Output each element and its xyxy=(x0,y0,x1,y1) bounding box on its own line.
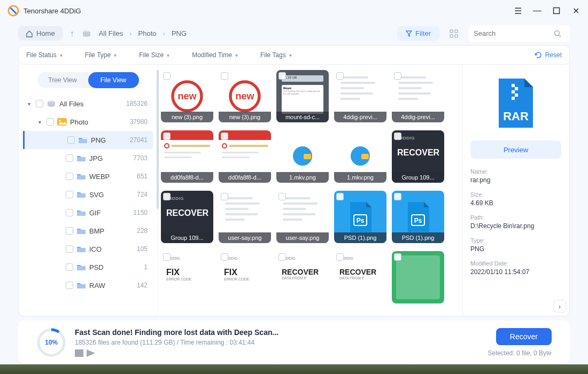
tree-checkbox[interactable] xyxy=(47,118,54,126)
tree-checkbox[interactable] xyxy=(66,191,73,198)
app-title: Tenorshare 4DDiG xyxy=(24,7,513,15)
maximize-button[interactable] xyxy=(552,6,561,15)
tree-item-raw[interactable]: RAW142 xyxy=(23,276,153,294)
tree-item-ico[interactable]: ICO105 xyxy=(23,240,153,258)
tree-item-png[interactable]: PNG27041 xyxy=(23,131,153,149)
sidebar-scrollbar[interactable] xyxy=(157,70,159,209)
thumbnail-checkbox[interactable] xyxy=(336,253,344,261)
search-box[interactable] xyxy=(468,25,570,42)
tree-checkbox[interactable] xyxy=(66,282,73,289)
reset-button[interactable]: Reset xyxy=(535,51,562,59)
tree-item-psd[interactable]: PSD1 xyxy=(23,258,153,276)
thumbnail-item[interactable]: newnew (3).png xyxy=(219,70,271,122)
filter-file-size[interactable]: File Size▾ xyxy=(139,51,169,59)
thumbnail-item[interactable]: 4ddig-previ... xyxy=(334,70,386,122)
thumbnail-checkbox[interactable] xyxy=(394,72,401,80)
menu-icon[interactable]: ☰ xyxy=(513,6,523,15)
filter-button[interactable]: Filter xyxy=(397,26,439,41)
tree-item-bmp[interactable]: BMP228 xyxy=(23,222,153,240)
tree-checkbox[interactable] xyxy=(67,136,75,144)
tree-checkbox[interactable] xyxy=(66,173,73,180)
thumbnail-checkbox[interactable] xyxy=(336,193,344,200)
search-input[interactable] xyxy=(474,29,554,37)
tree-checkbox[interactable] xyxy=(66,245,73,253)
tree-checkbox[interactable] xyxy=(66,154,73,162)
thumbnail-checkbox[interactable] xyxy=(221,253,228,261)
thumbnail-checkbox[interactable] xyxy=(278,253,286,261)
meta-name: rar.png xyxy=(470,176,562,184)
minimize-button[interactable]: — xyxy=(532,6,542,15)
tree-checkbox[interactable] xyxy=(66,263,73,271)
thumbnail-checkbox[interactable] xyxy=(163,72,171,80)
tree-root[interactable]: ▾ All Files 185326 xyxy=(23,95,153,113)
thumbnail-item[interactable]: ◦ 4DDIGRECOVERGroup 109... xyxy=(161,191,213,243)
filter-file-type[interactable]: File Type▾ xyxy=(85,51,117,59)
tree-checkbox[interactable] xyxy=(66,227,73,235)
tree-photo[interactable]: ▾ Photo 37980 xyxy=(23,113,153,131)
thumbnail-item[interactable]: 1.mkv.png xyxy=(276,130,329,183)
thumbnail-checkbox[interactable] xyxy=(394,253,401,261)
thumbnail-checkbox[interactable] xyxy=(336,72,344,80)
crumb-all[interactable]: All Files xyxy=(99,29,123,37)
thumbnail-checkbox[interactable] xyxy=(278,72,286,80)
thumbnail-item[interactable]: ◦ 4DDIGRECOVERDATA FROM P xyxy=(276,251,329,303)
search-icon xyxy=(554,30,561,37)
thumbnail-checkbox[interactable] xyxy=(394,133,401,140)
recover-button[interactable]: Recover xyxy=(496,328,552,345)
crumb-photo[interactable]: Photo xyxy=(138,29,157,37)
thumbnail-item[interactable] xyxy=(392,251,444,303)
thumbnail-item[interactable]: 21.35 GBMountThe SanDisk SD card is safe… xyxy=(276,70,329,122)
svg-point-11 xyxy=(59,120,60,121)
thumbnail-item[interactable]: PsPSD (1).png xyxy=(392,191,444,243)
next-button[interactable]: › xyxy=(553,300,566,313)
thumbnail-item[interactable]: 4ddig-previ... xyxy=(392,70,444,122)
filter-file-tags[interactable]: File Tags▾ xyxy=(260,51,292,59)
thumbnail-item[interactable]: ◦ 4DDIGRECOVERDATA FROM P xyxy=(334,251,386,303)
thumbnail-checkbox[interactable] xyxy=(163,253,171,261)
thumbnail-checkbox[interactable] xyxy=(163,193,171,200)
thumbnail-item[interactable]: dd0fa8f8-d... xyxy=(219,130,271,183)
thumbnail-checkbox[interactable] xyxy=(163,133,171,140)
close-button[interactable]: ✕ xyxy=(571,6,581,15)
tree-checkbox[interactable] xyxy=(36,100,43,107)
filter-modified-time[interactable]: Modified Time▾ xyxy=(192,51,238,59)
meta-mod: 2022/01/10 11:54:07 xyxy=(470,268,562,276)
thumbnail-item[interactable]: PsPSD (1).png xyxy=(334,191,386,243)
tree-item-webp[interactable]: WEBP651 xyxy=(23,167,153,185)
thumbnail-checkbox[interactable] xyxy=(221,193,228,200)
thumbnail-label: new (3).png xyxy=(219,112,271,122)
stop-scan-button[interactable] xyxy=(75,349,83,357)
thumbnail-item[interactable]: user-say.png xyxy=(219,191,271,243)
preview-button[interactable]: Preview xyxy=(470,141,561,159)
thumbnail-label: mount-sd-c... xyxy=(276,112,329,122)
meta-path: D:\Recycle Bin\rar.png xyxy=(470,222,562,230)
svg-rect-1 xyxy=(554,8,560,14)
play-scan-button[interactable] xyxy=(87,349,95,357)
home-button[interactable]: Home xyxy=(18,26,63,41)
thumbnail-checkbox[interactable] xyxy=(221,72,228,80)
thumbnail-checkbox[interactable] xyxy=(221,133,228,140)
thumbnail-checkbox[interactable] xyxy=(394,193,401,200)
thumbnail-item[interactable]: newnew (3).png xyxy=(161,70,213,122)
thumbnail-item[interactable]: 1.mkv.png xyxy=(334,130,386,183)
thumbnail-item[interactable]: ◦ 4DDIGFIXERROR CODE xyxy=(161,251,213,303)
thumbnail-item[interactable]: ◦ 4DDIGRECOVERGroup 109... xyxy=(392,130,444,183)
tree-checkbox[interactable] xyxy=(66,209,73,216)
thumbnail-item[interactable]: ◦ 4DDIGFIXERROR CODE xyxy=(219,251,271,303)
tree-item-svg[interactable]: SVG724 xyxy=(23,185,153,204)
tree-item-gif[interactable]: GIF1150 xyxy=(23,204,153,222)
tree-item-jpg[interactable]: JPG7703 xyxy=(23,149,153,167)
grid-view-toggle[interactable] xyxy=(445,26,463,42)
thumbnail-checkbox[interactable] xyxy=(278,193,286,200)
file-view-tab[interactable]: File View xyxy=(88,72,139,88)
tree-view-tab[interactable]: Tree View xyxy=(37,72,88,88)
filter-file-status[interactable]: File Status▾ xyxy=(26,51,63,59)
thumbnail-item[interactable]: user-say.png xyxy=(276,191,329,243)
thumbnail-item[interactable]: dd0fa8f8-d... xyxy=(161,130,213,183)
meta-label-path: Path: xyxy=(470,214,562,221)
thumbnail-label: 4ddig-previ... xyxy=(334,112,386,122)
crumb-png[interactable]: PNG xyxy=(172,29,187,37)
nav-up-button[interactable]: ↑ xyxy=(68,29,76,38)
svg-text:Ps: Ps xyxy=(357,217,365,224)
titlebar: Tenorshare 4DDiG ☰ — ✕ xyxy=(0,0,588,21)
